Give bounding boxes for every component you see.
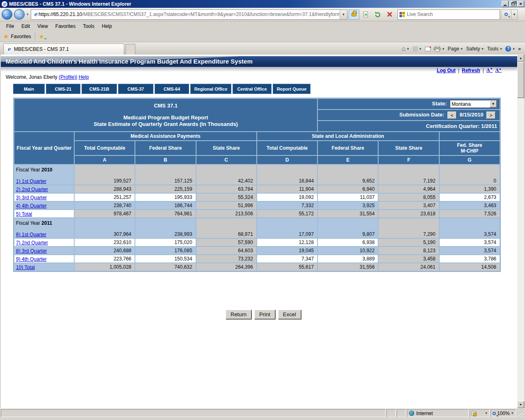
return-button[interactable]: Return <box>226 310 251 319</box>
value-cell: 0 <box>440 165 500 185</box>
menu-view[interactable]: View <box>34 22 52 30</box>
profile-link[interactable]: (Profile)| <box>59 74 77 80</box>
submission-next-button[interactable]: > <box>486 112 495 119</box>
nav-tab-report-queue[interactable]: Report Queue <box>273 84 310 94</box>
nav-tab-regional-office[interactable]: Regional Office <box>190 84 231 94</box>
add-favorite-button[interactable]: ★ <box>39 33 44 40</box>
nav-tab-cms-21[interactable]: CMS-21 <box>46 84 80 94</box>
scroll-up-button[interactable]: ▲ <box>517 55 524 62</box>
home-button[interactable]: ⌂▼ <box>402 45 410 52</box>
value-cell: 238,740 <box>75 202 135 209</box>
value-cell: 3,574 <box>440 239 500 246</box>
font-smaller-button[interactable]: A▼ <box>486 67 493 73</box>
menu-favorites[interactable]: Favorites <box>52 22 79 30</box>
search-options-dropdown[interactable]: ▼ <box>511 9 518 20</box>
security-lock-button[interactable] <box>349 9 359 20</box>
col-header: State Share <box>379 141 438 155</box>
forward-button[interactable]: → <box>14 9 25 20</box>
scrollbar-thumb[interactable] <box>517 62 524 98</box>
command-bar: ⌂▼ ▼ ▼ Page▼ Safety▼ Tools▼ ?▼ » <box>402 43 521 54</box>
group-header-empty <box>440 132 500 140</box>
nav-tab-main[interactable]: Main <box>13 84 45 94</box>
restore-button[interactable] <box>509 1 516 7</box>
new-tab-stub[interactable] <box>126 44 135 55</box>
nav-tab-cms-21b[interactable]: CMS-21B <box>82 84 117 94</box>
favorites-bar: ★ Favorites ★ <box>0 31 525 42</box>
quarter-link[interactable]: 3) 3rd Quarter <box>16 195 47 201</box>
menu-file[interactable]: File <box>2 22 18 30</box>
row-label-cell: 9) 4th Quarter <box>14 255 74 262</box>
close-button[interactable]: × <box>517 1 524 7</box>
chevron-down-icon[interactable]: ▼ <box>490 100 497 107</box>
favorites-button[interactable]: Favorites <box>11 34 31 39</box>
quarter-link[interactable]: 7) 2nd Quarter <box>16 240 48 246</box>
help-button[interactable]: ?▼ <box>505 46 515 52</box>
column-letter-row: A B C D E F G <box>14 156 500 164</box>
fiscal-year-quarter-header: Fiscal Year and Quarter <box>14 132 74 164</box>
col-letter: C <box>196 156 256 164</box>
safety-menu-button[interactable]: Safety▼ <box>466 46 484 52</box>
col-header: Total Computable <box>257 141 317 155</box>
menu-help[interactable]: Help <box>98 22 116 30</box>
value-cell: 14,508 <box>440 263 500 271</box>
value-cell: 8,055 <box>379 194 438 201</box>
quarter-link[interactable]: 6) 1st Quarter <box>16 232 46 237</box>
read-mail-button[interactable] <box>425 47 431 51</box>
quarter-link[interactable]: 10) Total <box>16 265 35 270</box>
stop-button[interactable] <box>384 9 395 20</box>
back-button[interactable]: ← <box>2 9 12 20</box>
stop-icon <box>387 11 393 17</box>
value-cell: 3,574 <box>440 218 500 238</box>
more-commands-chevron[interactable]: » <box>518 46 521 52</box>
refresh-button[interactable] <box>372 9 383 20</box>
tab-title: MBES/CBES - CMS 37.1 <box>14 46 69 52</box>
resize-grip[interactable] <box>517 409 524 417</box>
minimize-button[interactable] <box>502 1 509 7</box>
table-row: 5) Total978,467764,961213,50655,17231,55… <box>14 210 500 217</box>
col-letter: E <box>318 156 378 164</box>
menu-edit[interactable]: Edit <box>18 22 34 30</box>
value-cell: 2,673 <box>440 194 500 201</box>
table-row: 2) 2nd Quarter288,943225,15963,78411,904… <box>14 185 500 193</box>
font-larger-button[interactable]: A▲ <box>495 67 502 73</box>
quarter-link[interactable]: 9) 4th Quarter <box>16 256 47 262</box>
url-field[interactable]: e https://65.220.21.10/MBESCBES/CMS37/CM… <box>31 9 347 20</box>
history-dropdown-icon[interactable]: ▼ <box>26 13 29 16</box>
help-link[interactable]: Help <box>79 74 89 80</box>
protected-mode-control[interactable]: ▼ <box>470 409 490 417</box>
compatibility-view-button[interactable] <box>361 9 371 20</box>
print-report-button[interactable]: Print <box>254 310 275 319</box>
value-cell: 1,390 <box>440 185 500 193</box>
search-button[interactable] <box>501 9 511 20</box>
quarter-link[interactable]: 4) 4th Quarter <box>16 203 47 209</box>
nav-tab-cms-64[interactable]: CMS-64 <box>155 84 189 94</box>
refresh-link[interactable]: Refresh <box>462 68 480 73</box>
quarter-link[interactable]: 2) 2nd Quarter <box>16 187 48 192</box>
url-dropdown-button[interactable]: ▼ <box>340 10 347 19</box>
status-bar: Internet ▼ 100% ▼ <box>0 408 525 418</box>
vertical-scrollbar[interactable]: ▲ ▼ <box>517 55 524 408</box>
value-cell: 307,964 <box>75 218 135 238</box>
print-button[interactable]: ▼ <box>434 46 445 52</box>
zoom-control[interactable]: 100% ▼ <box>491 409 516 417</box>
submission-prev-button[interactable]: < <box>447 112 457 119</box>
quarter-link[interactable]: 5) Total <box>16 211 32 217</box>
tools-menu-button[interactable]: Tools▼ <box>487 46 502 52</box>
state-select[interactable]: Montana ▼ <box>450 100 497 108</box>
nav-tab-central-office[interactable]: Central Office <box>233 84 272 94</box>
page-menu-button[interactable]: Page▼ <box>448 46 463 52</box>
excel-button[interactable]: Excel <box>278 310 301 319</box>
table-row: 4) 4th Quarter238,740186,74451,9967,3323… <box>14 202 500 209</box>
row-label-cell: Fiscal Year 20101) 1st Quarter <box>14 165 74 185</box>
quarter-link[interactable]: 8) 3rd Quarter <box>16 248 47 254</box>
menu-tools[interactable]: Tools <box>79 22 98 30</box>
logout-link[interactable]: Log Out <box>437 68 456 73</box>
magnifier-icon <box>504 13 508 16</box>
tab-active[interactable]: e MBES/CBES - CMS 37.1 <box>3 43 124 55</box>
quarter-link[interactable]: 1) 1st Quarter <box>16 178 46 184</box>
nav-tab-cms-37[interactable]: CMS-37 <box>118 84 153 94</box>
value-cell: 24,061 <box>379 263 438 271</box>
feeds-button[interactable]: ▼ <box>413 46 422 52</box>
scroll-down-button[interactable]: ▼ <box>517 401 524 408</box>
search-input[interactable]: Live Search <box>397 9 500 20</box>
